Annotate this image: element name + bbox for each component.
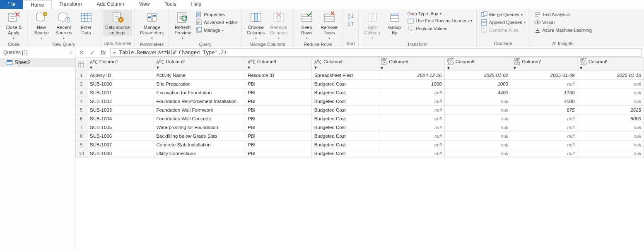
- cell[interactable]: SUB-1002: [87, 97, 154, 106]
- cell[interactable]: Concrete Slab Installation: [154, 141, 245, 149]
- data-source-settings-button[interactable]: Data source settings: [103, 10, 132, 36]
- cell[interactable]: 2625: [577, 106, 644, 115]
- cell[interactable]: SUB-1000: [87, 80, 154, 88]
- column-header-column3[interactable]: ABCColumn3 ▾: [245, 58, 311, 71]
- cell[interactable]: Site Preparation: [154, 80, 245, 88]
- cell[interactable]: Backfilling below Grade Slab: [154, 132, 245, 141]
- row-number[interactable]: 7: [76, 123, 87, 132]
- refresh-preview-button[interactable]: Refresh Preview ▾: [171, 10, 194, 42]
- cell[interactable]: 1000: [378, 80, 444, 88]
- cell[interactable]: 1100: [511, 88, 577, 97]
- recent-sources-button[interactable]: Recent Sources ▾: [53, 10, 75, 42]
- cell[interactable]: null: [378, 149, 444, 158]
- data-grid[interactable]: ABCColumn1 ▾ ABCColumn2 ▾ ABCColumn3 ▾ A…: [75, 58, 644, 251]
- cell[interactable]: PBI: [245, 88, 311, 97]
- cell[interactable]: null: [378, 141, 444, 149]
- column-filter-button[interactable]: ▾: [381, 65, 383, 70]
- cell[interactable]: null: [444, 141, 511, 149]
- column-filter-button[interactable]: ▾: [580, 65, 582, 70]
- cell[interactable]: SUB-1005: [87, 123, 154, 132]
- remove-rows-button[interactable]: Remove Rows ▾: [318, 10, 340, 42]
- properties-button[interactable]: Properties: [194, 11, 239, 18]
- cell[interactable]: PBI: [245, 149, 311, 158]
- row-number[interactable]: 2: [76, 80, 87, 88]
- cell[interactable]: Spreadsheet Field: [311, 71, 378, 80]
- split-column-button[interactable]: Split Column ▾: [361, 10, 384, 42]
- cell[interactable]: Foundation Wall Concrete: [154, 115, 245, 123]
- cell[interactable]: 4400: [444, 88, 511, 97]
- cell[interactable]: PBI: [245, 132, 311, 141]
- cell[interactable]: Budgeted Cost: [311, 141, 378, 149]
- tab-transform[interactable]: Transform: [52, 0, 89, 9]
- cell[interactable]: null: [511, 132, 577, 141]
- cell[interactable]: 8000: [577, 115, 644, 123]
- cell[interactable]: null: [444, 97, 511, 106]
- column-header-column7[interactable]: ABC123Column7 ▾: [511, 58, 577, 71]
- cell[interactable]: Excavation for Foundation: [154, 88, 245, 97]
- keep-rows-button[interactable]: Keep Rows ▾: [296, 10, 318, 42]
- cell[interactable]: Resource ID: [245, 71, 311, 80]
- cell[interactable]: null: [511, 141, 577, 149]
- cell[interactable]: SUB-1008: [87, 149, 154, 158]
- cell[interactable]: null: [577, 141, 644, 149]
- cell[interactable]: null: [511, 123, 577, 132]
- cell[interactable]: null: [577, 149, 644, 158]
- cell[interactable]: 2024-12-26: [378, 71, 444, 80]
- cell[interactable]: null: [378, 106, 444, 115]
- column-header-column5[interactable]: ABC123Column5 ▾: [378, 58, 444, 71]
- cell[interactable]: null: [511, 80, 577, 88]
- row-number[interactable]: 5: [76, 106, 87, 115]
- cell[interactable]: SUB-1007: [87, 141, 154, 149]
- select-all-corner[interactable]: [76, 58, 87, 71]
- cell[interactable]: null: [444, 123, 511, 132]
- cell[interactable]: null: [378, 88, 444, 97]
- tab-tools[interactable]: Tools: [157, 0, 183, 9]
- cell[interactable]: null: [577, 80, 644, 88]
- cell[interactable]: Budgeted Cost: [311, 149, 378, 158]
- row-number[interactable]: 3: [76, 88, 87, 97]
- cell[interactable]: 2025-01-16: [577, 71, 644, 80]
- choose-columns-button[interactable]: Choose Columns ▾: [244, 10, 267, 42]
- cell[interactable]: Budgeted Cost: [311, 97, 378, 106]
- column-filter-button[interactable]: ▾: [514, 65, 516, 70]
- cell[interactable]: null: [577, 88, 644, 97]
- collapse-sidebar-button[interactable]: ‹: [70, 50, 72, 55]
- column-header-column4[interactable]: ABCColumn4 ▾: [311, 58, 378, 71]
- merge-queries-button[interactable]: Merge Queries ▾: [479, 11, 527, 18]
- cell[interactable]: null: [378, 123, 444, 132]
- row-number[interactable]: 9: [76, 141, 87, 149]
- row-number[interactable]: 4: [76, 97, 87, 106]
- cell[interactable]: Budgeted Cost: [311, 106, 378, 115]
- tab-home[interactable]: Home: [23, 0, 52, 10]
- column-filter-button[interactable]: ▾: [157, 65, 159, 70]
- cell[interactable]: PBI: [245, 106, 311, 115]
- cell[interactable]: null: [444, 106, 511, 115]
- azure-ml-button[interactable]: Azure Machine Learning: [533, 26, 593, 34]
- cell[interactable]: Budgeted Cost: [311, 88, 378, 97]
- sort-desc-button[interactable]: ZA: [346, 20, 356, 28]
- cell[interactable]: Activity ID: [87, 71, 154, 80]
- cell[interactable]: SUB-1004: [87, 115, 154, 123]
- cell[interactable]: Foundation Reinforcement Installation: [154, 97, 245, 106]
- cell[interactable]: 4000: [511, 97, 577, 106]
- cell[interactable]: null: [511, 149, 577, 158]
- query-item-sheet2[interactable]: Sheet2: [0, 58, 75, 67]
- commit-formula-button[interactable]: ✓: [89, 49, 96, 56]
- row-number[interactable]: 6: [76, 115, 87, 123]
- cell[interactable]: null: [577, 123, 644, 132]
- cell[interactable]: SUB-1001: [87, 88, 154, 97]
- cell[interactable]: 2025-01-09: [511, 71, 577, 80]
- tab-add-column[interactable]: Add Column: [89, 0, 132, 9]
- cell[interactable]: null: [444, 115, 511, 123]
- enter-data-button[interactable]: Enter Data: [75, 10, 97, 36]
- sort-asc-button[interactable]: AZ: [346, 12, 356, 20]
- cell[interactable]: 875: [511, 106, 577, 115]
- cell[interactable]: Budgeted Cost: [311, 80, 378, 88]
- column-filter-button[interactable]: ▾: [447, 65, 450, 70]
- row-number[interactable]: 10: [76, 149, 87, 158]
- formula-input[interactable]: [110, 48, 642, 57]
- manage-query-button[interactable]: Manage ▾: [194, 26, 239, 34]
- cell[interactable]: null: [444, 132, 511, 141]
- remove-columns-button[interactable]: Remove Columns ▾: [267, 10, 290, 42]
- group-by-button[interactable]: Group By: [384, 10, 406, 36]
